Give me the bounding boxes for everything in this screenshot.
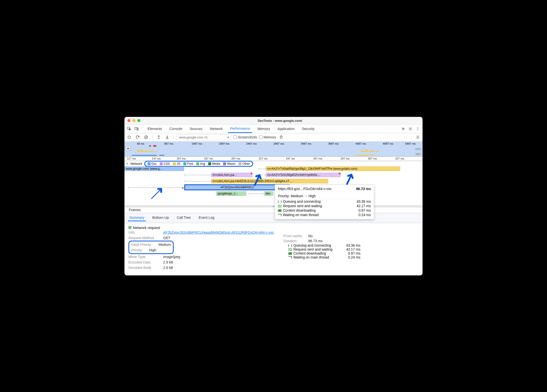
svg-point-6 [418, 130, 418, 130]
svg-point-9 [417, 137, 419, 138]
ruler-tick: 147 ms [152, 157, 161, 160]
minimize-window-button[interactable] [132, 119, 135, 122]
overview-tick: 2487 ms [246, 142, 257, 145]
tab-sources[interactable]: Sources [188, 125, 204, 133]
bar-connector [184, 181, 211, 181]
request-tooltip: https://lh3.goo…FGxOA=s64-c-mo 86.73 ms … [275, 185, 374, 219]
main-toolbar: Elements Console Sources Network Perform… [124, 125, 423, 133]
request-bar[interactable]: rs=AA2YrTsXU5hjdOZrxXehYcpWx5c… [266, 173, 341, 177]
request-bar[interactable]: www.google.com/ (www.g… [124, 166, 184, 171]
network-track-header: ▼ Network Doc CSS JS Font Img Media Wasm… [124, 161, 423, 166]
overview-tick: 1987 ms [219, 142, 229, 145]
annotation-arrow-icon [149, 186, 163, 201]
request-bar-selected[interactable]: AF2bZyivvJ92o5BiPi0CLl [185, 185, 289, 190]
request-bar[interactable]: des [264, 191, 273, 196]
collect-garbage-icon[interactable] [278, 134, 284, 140]
overview-tick: 4987 ms [383, 142, 393, 145]
clear-button[interactable] [143, 134, 149, 140]
tab-bottom-up[interactable]: Bottom-Up [151, 215, 170, 221]
request-bar[interactable]: m=cdos,hsm,jsa,mb4ZUb,d,csi,cEt90b,SNUn3… [211, 179, 328, 183]
overview-tick: 1487 ms [192, 142, 202, 145]
tab-summary[interactable]: Summary [128, 215, 146, 221]
trace-selector[interactable]: www.google.com #1 [177, 134, 231, 140]
overview-tick: 3987 ms [328, 142, 339, 145]
bar-connector [256, 175, 266, 175]
tab-event-log[interactable]: Event Log [197, 215, 216, 221]
overview-marker [153, 145, 156, 147]
ruler-tick: 187 ms [204, 157, 213, 160]
request-bar[interactable]: m=cdos,hsm,jsa… [211, 173, 252, 177]
overview-tick: 48 ms [137, 142, 144, 145]
settings-icon[interactable] [407, 126, 414, 132]
download-icon[interactable] [164, 134, 170, 140]
svg-point-5 [418, 129, 418, 129]
record-button[interactable] [126, 134, 132, 140]
overview-marker [149, 145, 151, 147]
maximize-window-button[interactable] [137, 119, 140, 122]
upload-icon[interactable] [156, 134, 162, 140]
network-flamechart[interactable]: ▼ Network Doc CSS JS Font Img Media Wasm… [124, 161, 423, 206]
disclosure-triangle-icon[interactable]: ▼ [126, 162, 128, 165]
ruler-tick: 207 ms [231, 157, 240, 160]
priority-highlight: Initial PriorityMedium PriorityHigh [128, 241, 174, 254]
tab-call-tree[interactable]: Call Tree [175, 215, 192, 221]
pause-overview-icon[interactable]: ▮▮ [126, 146, 130, 151]
network-legend-highlight: Doc CSS JS Font Img Media Wasm Other [144, 161, 253, 167]
overview-net-strip [132, 155, 157, 156]
tooltip-total: 86.73 ms [356, 187, 371, 191]
svg-point-4 [418, 127, 418, 128]
tab-application[interactable]: Application [275, 125, 297, 133]
trace-name: www.google.com #1 [179, 135, 208, 139]
ruler-tick: 167 ms [177, 157, 186, 160]
bar-connector [259, 169, 266, 169]
request-bar[interactable]: googlelogo_c… [216, 191, 246, 196]
tab-console[interactable]: Console [167, 125, 184, 133]
ruler-tick: 287 ms [341, 157, 350, 160]
tab-memory[interactable]: Memory [256, 125, 272, 133]
tab-security[interactable]: Security [300, 125, 317, 133]
priority: High [149, 248, 156, 252]
annotation-arrow-icon [342, 171, 356, 186]
overview-net-strip [159, 155, 164, 156]
request-bar[interactable]: rs=AA2YrTv0taM5qVgw38gU_15kX9WFXe5TPw (w… [266, 166, 400, 171]
cpu-label: CPU [415, 148, 421, 151]
devtools-window: DevTools - www.google.com/ Elements Cons… [124, 117, 423, 275]
request-method: GET [163, 236, 170, 240]
device-icon[interactable] [133, 126, 140, 132]
tooltip-priority: Priority: Medium → High [278, 193, 371, 199]
overview-tick: 3487 ms [301, 142, 311, 145]
bar-connector [249, 194, 264, 194]
network-bars: www.google.com/ (www.g… rs=AA2YrTv0taM5q… [124, 166, 423, 205]
encoded-data: 2.9 kB [163, 260, 173, 264]
tooltip-url: https://lh3.goo…FGxOA=s64-c-mo [278, 187, 331, 191]
memory-checkbox[interactable]: Memory [259, 135, 276, 139]
tab-performance[interactable]: Performance [228, 125, 252, 133]
window-controls [127, 119, 140, 122]
panel-tabs: Elements Console Sources Network Perform… [146, 125, 399, 133]
bar-connector [128, 187, 184, 188]
request-type-swatch [128, 226, 131, 229]
kebab-icon[interactable] [415, 126, 421, 132]
decoded-body: 2.9 kB [163, 266, 173, 270]
window-title: DevTools - www.google.com/ [140, 119, 420, 123]
net-label: NET [416, 153, 421, 156]
more-tabs-icon[interactable] [400, 126, 406, 132]
bar-connector [184, 175, 211, 175]
tab-elements[interactable]: Elements [146, 125, 164, 133]
ruler-tick: 247 ms [286, 157, 295, 160]
close-window-button[interactable] [127, 119, 130, 122]
detail-ruler[interactable]: 127 ms 147 ms 167 ms 187 ms 207 ms 227 m… [124, 157, 423, 161]
capture-settings-icon[interactable] [415, 134, 421, 140]
overview-timeline[interactable]: ▮▮ 48 ms 987 ms 1487 ms 1987 ms 2487 ms … [124, 142, 423, 157]
titlebar: DevTools - www.google.com/ [124, 117, 423, 125]
ruler-tick: 227 ms [259, 157, 268, 160]
tab-network[interactable]: Network [208, 125, 225, 133]
inspect-icon[interactable] [126, 126, 132, 132]
duration: 86.73 ms [308, 239, 323, 243]
screenshots-checkbox[interactable]: Screenshots [233, 135, 257, 139]
reload-record-button[interactable] [134, 134, 141, 140]
overview-tick: 2987 ms [274, 142, 284, 145]
summary-right-column: From cacheNo Duration86.73 ms Queuing an… [283, 233, 360, 259]
request-url-link[interactable]: AF2bZyivvJ92o5BiPi0CLlHaqa5lHNOi6SrpLrbf… [163, 230, 274, 234]
ruler-tick: 127 ms [127, 157, 136, 160]
